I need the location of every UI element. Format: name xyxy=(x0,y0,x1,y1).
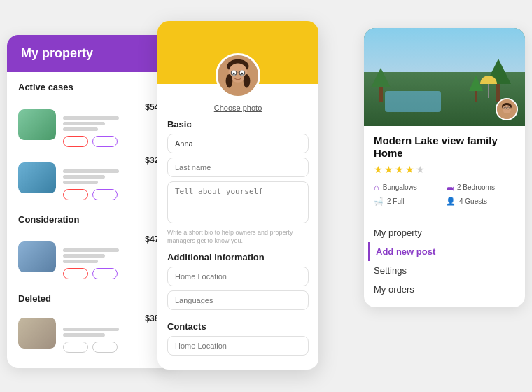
svg-point-11 xyxy=(244,74,251,88)
property-lines xyxy=(63,116,164,131)
prop-line xyxy=(63,333,105,337)
property-lines xyxy=(63,328,164,337)
prop-btn-purple[interactable] xyxy=(92,136,118,147)
last-name-input[interactable] xyxy=(167,158,309,177)
feature-label: 2 Full xyxy=(387,197,404,205)
umbrella-icon xyxy=(480,76,497,98)
feature-bedrooms: 🛏 2 Bedrooms xyxy=(446,182,515,192)
host-avatar xyxy=(496,98,518,120)
property-info: $324 xyxy=(63,155,164,200)
left-card-header: My property xyxy=(7,35,175,72)
property-buttons xyxy=(63,136,164,147)
star-4: ★ xyxy=(405,164,414,175)
choose-photo-link[interactable]: Choose photo xyxy=(167,104,309,112)
bio-hint: Write a short bio to help owners and pro… xyxy=(167,229,309,245)
svg-point-10 xyxy=(226,74,233,88)
tree-icon xyxy=(371,68,391,102)
prop-line xyxy=(63,127,98,131)
home-icon: ⌂ xyxy=(374,182,379,192)
prop-btn-gray[interactable] xyxy=(63,342,88,353)
bed-icon: 🛏 xyxy=(446,183,454,192)
property-item: $380 xyxy=(7,309,175,357)
bath-icon: 🛁 xyxy=(374,197,384,206)
property-price: $546 xyxy=(63,102,164,112)
languages-input[interactable] xyxy=(167,290,309,310)
property-price: $380 xyxy=(63,314,164,323)
prop-btn-gray2[interactable] xyxy=(92,342,118,353)
property-item: $546 xyxy=(7,98,175,151)
property-thumbnail xyxy=(18,318,56,349)
property-thumbnail xyxy=(18,109,56,140)
property-title: Modern Lake view family Home xyxy=(374,134,515,160)
property-buttons xyxy=(63,268,164,279)
property-lines xyxy=(63,248,164,263)
prop-line xyxy=(63,248,119,252)
name-input[interactable] xyxy=(167,134,309,153)
section-deleted: Deleted xyxy=(18,293,164,304)
section-consideration: Consideration xyxy=(18,214,164,225)
feature-bungalows: ⌂ Bungalows xyxy=(374,182,443,192)
profile-body: Choose photo Basic Write a short bio to … xyxy=(158,104,318,370)
prop-btn-red[interactable] xyxy=(63,268,88,279)
prop-line xyxy=(63,254,105,258)
feature-label: 2 Bedrooms xyxy=(457,183,495,191)
menu-item-settings[interactable]: Settings xyxy=(374,261,515,280)
middle-card: Choose photo Basic Write a short bio to … xyxy=(158,21,318,370)
prop-btn-red[interactable] xyxy=(63,189,88,200)
star-3: ★ xyxy=(395,164,404,175)
property-buttons xyxy=(63,189,164,200)
prop-btn-purple[interactable] xyxy=(92,189,118,200)
prop-btn-purple[interactable] xyxy=(92,268,118,279)
person-icon: 👤 xyxy=(446,197,456,206)
svg-point-14 xyxy=(503,105,511,113)
prop-line xyxy=(63,328,119,331)
property-info: $546 xyxy=(63,102,164,147)
feature-bath: 🛁 2 Full xyxy=(374,197,443,206)
star-2: ★ xyxy=(384,164,393,175)
property-buttons xyxy=(63,342,164,353)
prop-line xyxy=(63,169,119,173)
svg-point-6 xyxy=(241,73,243,75)
svg-point-5 xyxy=(233,73,235,75)
star-5: ★ xyxy=(416,164,425,175)
property-price: $477 xyxy=(63,234,164,244)
profile-header xyxy=(158,21,318,84)
property-item: $324 xyxy=(7,151,175,204)
prop-line xyxy=(63,116,119,120)
contacts-section-label: Contacts xyxy=(167,321,309,332)
property-price: $324 xyxy=(63,155,164,165)
menu-item-my-property[interactable]: My property xyxy=(374,223,515,242)
feature-label: 4 Guests xyxy=(459,197,487,205)
star-1: ★ xyxy=(374,164,383,175)
property-info: $477 xyxy=(63,234,164,279)
divider xyxy=(374,216,515,216)
feature-label: Bungalows xyxy=(383,183,417,191)
bio-input[interactable] xyxy=(167,181,309,223)
feature-guests: 👤 4 Guests xyxy=(446,197,515,206)
property-details: Modern Lake view family Home ★ ★ ★ ★ ★ ⌂… xyxy=(364,126,525,209)
menu-item-orders[interactable]: My orders xyxy=(374,280,515,299)
star-rating: ★ ★ ★ ★ ★ xyxy=(374,164,515,175)
property-info: $380 xyxy=(63,314,164,353)
section-active-cases: Active cases xyxy=(18,82,164,92)
additional-section-label: Additional Information xyxy=(167,252,309,262)
avatar xyxy=(216,53,260,98)
property-lines xyxy=(63,169,164,184)
property-image xyxy=(364,28,525,126)
property-features: ⌂ Bungalows 🛏 2 Bedrooms 🛁 2 Full 👤 4 Gu… xyxy=(374,182,515,206)
prop-line xyxy=(63,122,105,125)
contacts-home-input[interactable] xyxy=(167,336,309,356)
home-location-input[interactable] xyxy=(167,267,309,286)
property-thumbnail xyxy=(18,162,56,193)
prop-line xyxy=(63,181,98,184)
basic-section-label: Basic xyxy=(167,119,309,130)
pool xyxy=(385,91,441,112)
prop-btn-red[interactable] xyxy=(63,136,88,147)
property-item: $477 xyxy=(7,230,175,284)
left-card: My property Active cases $546 xyxy=(7,35,175,368)
prop-line xyxy=(63,175,105,178)
menu-item-add-post[interactable]: Add new post xyxy=(368,242,515,261)
prop-line xyxy=(63,260,98,263)
side-menu: My property Add new post Settings My ord… xyxy=(364,223,525,307)
property-thumbnail xyxy=(18,241,56,272)
